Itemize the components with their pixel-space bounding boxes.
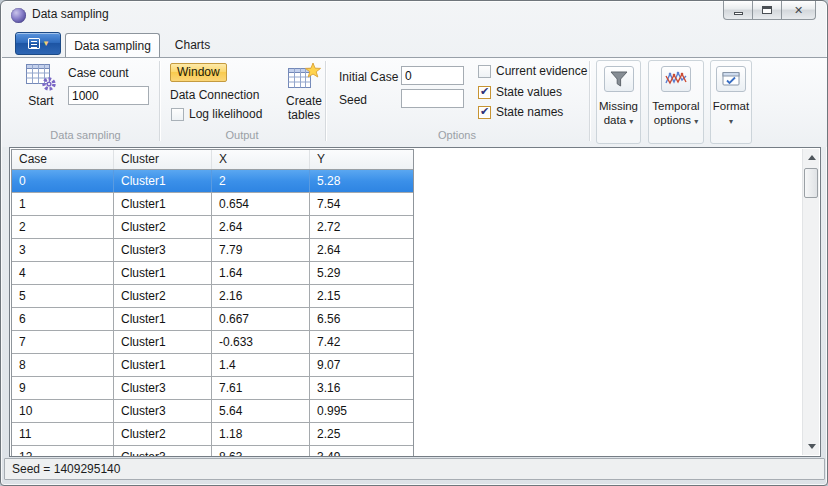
table-row[interactable]: 0Cluster125.28 (12, 170, 413, 193)
group-caption-output: Output (159, 129, 325, 141)
table-cell: 2.64 (310, 239, 413, 261)
table-cell: 6 (12, 308, 114, 330)
app-window: Data sampling ✕ ▾ Data sampling Charts (0, 0, 828, 486)
current-evidence-checkbox[interactable]: ✔ (478, 65, 491, 78)
table-cell: 0 (12, 170, 114, 192)
table-cell: 7.79 (212, 239, 310, 261)
table-cell: 8 (12, 354, 114, 376)
minimize-button[interactable] (723, 1, 753, 20)
missing-data-label-line2: data (604, 114, 626, 126)
group-caption-options: Options (325, 129, 589, 141)
create-tables-label-line2: tables (288, 108, 320, 122)
table-cell: 3.49 (310, 446, 413, 457)
format-label-line1: Format (713, 100, 749, 112)
table-row[interactable]: 5Cluster22.162.15 (12, 285, 413, 308)
table-cell: 2 (12, 216, 114, 238)
temporal-chart-icon (661, 66, 691, 92)
table-cell: Cluster3 (114, 400, 212, 422)
table-cell: Cluster2 (114, 216, 212, 238)
table-cell: Cluster2 (114, 423, 212, 445)
status-bar: Seed = 1409295140 (4, 458, 825, 480)
column-header-case[interactable]: Case (12, 150, 114, 169)
check-icon: ✔ (480, 106, 489, 117)
table-cell: Cluster3 (114, 446, 212, 457)
data-table-body: 0Cluster125.281Cluster10.6547.542Cluster… (12, 170, 413, 457)
temporal-options-label-line2: options (654, 114, 691, 126)
table-row[interactable]: 6Cluster10.6676.56 (12, 308, 413, 331)
tab-data-sampling[interactable]: Data sampling (65, 33, 160, 57)
format-button[interactable]: Format ▾ (710, 60, 752, 144)
window-controls: ✕ (723, 1, 816, 20)
temporal-options-button[interactable]: Temporal options ▾ (648, 60, 704, 144)
table-cell: Cluster3 (114, 239, 212, 261)
table-row[interactable]: 9Cluster37.613.16 (12, 377, 413, 400)
window-title: Data sampling (32, 7, 109, 21)
table-cell: Cluster1 (114, 331, 212, 353)
titlebar: Data sampling ✕ (1, 1, 827, 29)
start-table-gear-icon (18, 62, 64, 92)
table-cell: Cluster1 (114, 262, 212, 284)
scroll-up-button[interactable] (803, 149, 820, 166)
case-count-label: Case count (68, 66, 129, 80)
table-cell: 3.16 (310, 377, 413, 399)
create-tables-button[interactable]: Create tables (276, 62, 332, 122)
table-row[interactable]: 3Cluster37.792.64 (12, 239, 413, 262)
table-cell: Cluster1 (114, 193, 212, 215)
dropdown-arrow-icon: ▾ (729, 117, 733, 126)
state-names-label: State names (496, 105, 563, 119)
vertical-scrollbar[interactable] (802, 149, 819, 455)
application-menu-button[interactable]: ▾ (15, 32, 61, 55)
ribbon: Start Case count Data sampling Window Da… (2, 57, 828, 147)
table-cell: 0.654 (212, 193, 310, 215)
table-row[interactable]: 11Cluster21.182.25 (12, 423, 413, 446)
log-likelihood-checkbox[interactable]: ✔ (171, 108, 184, 121)
missing-data-label-line1: Missing (599, 100, 638, 112)
table-row[interactable]: 2Cluster22.642.72 (12, 216, 413, 239)
scroll-down-button[interactable] (803, 438, 820, 455)
table-cell: 5.29 (310, 262, 413, 284)
table-cell: Cluster3 (114, 377, 212, 399)
table-cell: 5.64 (212, 400, 310, 422)
table-cell: 5 (12, 285, 114, 307)
table-cell: Cluster1 (114, 308, 212, 330)
scrollbar-thumb[interactable] (804, 168, 818, 198)
window-toggle-button[interactable]: Window (170, 63, 227, 82)
maximize-icon (762, 6, 772, 14)
funnel-icon (604, 66, 634, 92)
table-cell: 2.64 (212, 216, 310, 238)
chevron-down-icon: ▾ (44, 39, 49, 48)
table-cell: 5.28 (310, 170, 413, 192)
maximize-button[interactable] (752, 1, 782, 20)
table-row[interactable]: 7Cluster1-0.6337.42 (12, 331, 413, 354)
state-names-checkbox[interactable]: ✔ (478, 106, 491, 119)
table-cell: 1 (12, 193, 114, 215)
table-row[interactable]: 8Cluster11.49.07 (12, 354, 413, 377)
table-row[interactable]: 12Cluster38.633.49 (12, 446, 413, 457)
table-cell: 0.995 (310, 400, 413, 422)
column-header-y[interactable]: Y (310, 150, 413, 169)
data-connection-label[interactable]: Data Connection (170, 88, 259, 102)
table-row[interactable]: 1Cluster10.6547.54 (12, 193, 413, 216)
table-cell: 1.18 (212, 423, 310, 445)
close-button[interactable]: ✕ (781, 1, 816, 20)
create-tables-label-line1: Create (286, 94, 322, 108)
create-tables-icon (276, 62, 332, 92)
column-header-x[interactable]: X (212, 150, 310, 169)
table-cell: 2.72 (310, 216, 413, 238)
dropdown-arrow-icon: ▾ (694, 117, 698, 126)
table-cell: 7 (12, 331, 114, 353)
table-row[interactable]: 4Cluster11.645.29 (12, 262, 413, 285)
tab-charts[interactable]: Charts (160, 33, 225, 57)
missing-data-button[interactable]: Missing data ▾ (596, 60, 641, 144)
current-evidence-label: Current evidence (496, 64, 587, 78)
minimize-icon (734, 12, 743, 15)
app-icon (11, 8, 26, 23)
current-evidence-checkbox-row: ✔ Current evidence (478, 64, 587, 78)
case-count-input[interactable] (68, 86, 149, 105)
state-values-checkbox[interactable]: ✔ (478, 86, 491, 99)
table-row[interactable]: 10Cluster35.640.995 (12, 400, 413, 423)
start-button[interactable]: Start (18, 62, 64, 108)
seed-input[interactable] (401, 89, 464, 108)
initial-case-input[interactable] (401, 66, 464, 85)
column-header-cluster[interactable]: Cluster (114, 150, 212, 169)
